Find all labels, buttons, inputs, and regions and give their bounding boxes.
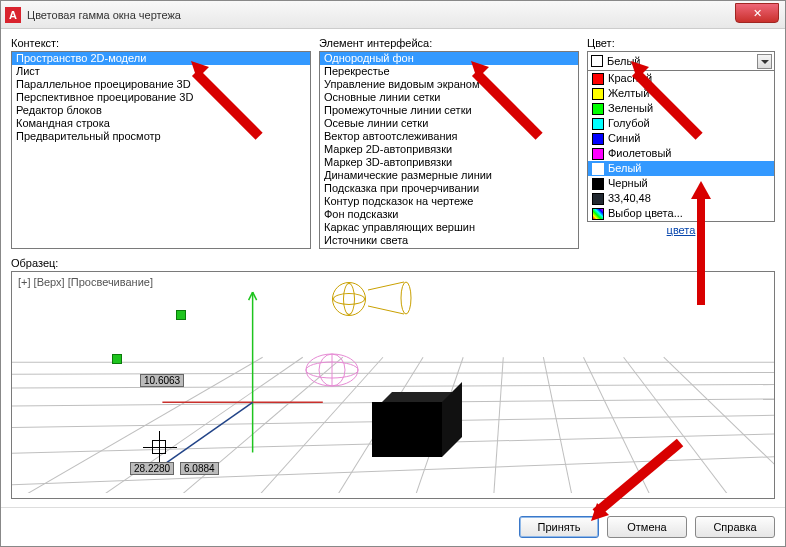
element-item[interactable]: Перекрестье	[320, 65, 578, 78]
element-label: Элемент интерфейса:	[319, 37, 579, 49]
color-option[interactable]: Фиолетовый	[588, 146, 774, 161]
color-option[interactable]: Желтый	[588, 86, 774, 101]
element-item[interactable]: Основные линии сетки	[320, 91, 578, 104]
titlebar: A Цветовая гамма окна чертежа ✕	[1, 1, 785, 29]
color-option[interactable]: Зеленый	[588, 101, 774, 116]
element-item[interactable]: Фон подсказки	[320, 208, 578, 221]
context-item[interactable]: Перспективное проецирование 3D	[12, 91, 310, 104]
coord-readout: 10.6063	[140, 374, 184, 387]
color-option[interactable]: Черный	[588, 176, 774, 191]
color-swatch	[592, 73, 604, 85]
element-listbox[interactable]: Однородный фонПерекрестьеУправление видо…	[319, 51, 579, 249]
color-swatch	[592, 118, 604, 130]
color-option-list[interactable]: КрасныйЖелтыйЗеленыйГолубойСинийФиолетов…	[587, 71, 775, 222]
window-title: Цветовая гамма окна чертежа	[27, 9, 181, 21]
sample-label: Образец:	[11, 257, 775, 269]
color-option[interactable]: Синий	[588, 131, 774, 146]
element-item[interactable]: Однородный фон	[320, 52, 578, 65]
color-dropdown[interactable]: Белый	[587, 51, 775, 71]
element-item[interactable]: Контур подсказок на чертеже	[320, 195, 578, 208]
color-option[interactable]: Белый	[588, 161, 774, 176]
color-swatch	[592, 103, 604, 115]
color-option-label: Фиолетовый	[608, 146, 671, 161]
element-item[interactable]: Промежуточные линии сетки	[320, 104, 578, 117]
svg-line-25	[368, 306, 404, 314]
color-swatch	[592, 178, 604, 190]
svg-line-2	[12, 384, 774, 388]
color-option-label: Черный	[608, 176, 648, 191]
cancel-button[interactable]: Отмена	[607, 516, 687, 538]
context-listbox[interactable]: Пространство 2D-моделиЛистПараллельное п…	[11, 51, 311, 249]
element-item[interactable]: Вектор автоотслеживания	[320, 130, 578, 143]
svg-line-16	[624, 357, 734, 492]
color-option[interactable]: Выбор цвета...	[588, 206, 774, 221]
color-option-label: Белый	[608, 161, 641, 176]
svg-point-23	[401, 282, 411, 314]
chevron-down-icon[interactable]	[757, 54, 772, 69]
app-icon: A	[5, 7, 21, 23]
selected-color-swatch	[591, 55, 603, 67]
context-item[interactable]: Пространство 2D-модели	[12, 52, 310, 65]
apply-button[interactable]: Принять	[519, 516, 599, 538]
color-option-label: Голубой	[608, 116, 650, 131]
element-item[interactable]: Динамические размерные линии	[320, 169, 578, 182]
context-item[interactable]: Лист	[12, 65, 310, 78]
element-item[interactable]: Управление видовым экраном	[320, 78, 578, 91]
element-item[interactable]: Источники света	[320, 234, 578, 247]
color-option-label: Синий	[608, 131, 640, 146]
color-swatch	[592, 148, 604, 160]
svg-line-6	[12, 454, 774, 486]
svg-line-1	[12, 372, 774, 374]
context-item[interactable]: Командная строка	[12, 117, 310, 130]
context-item[interactable]: Редактор блоков	[12, 104, 310, 117]
context-item[interactable]: Предварительный просмотр	[12, 130, 310, 143]
element-item[interactable]: Каркас управляющих вершин	[320, 221, 578, 234]
color-swatch	[592, 133, 604, 145]
sample-cube	[372, 402, 442, 457]
svg-line-17	[664, 357, 774, 492]
color-option[interactable]: Голубой	[588, 116, 774, 131]
color-swatch	[592, 163, 604, 175]
preview-viewport: [+] [Верх] [Просвечивание] 10.6063 28.22…	[11, 271, 775, 499]
element-item[interactable]: Маркер 2D-автопривязки	[320, 143, 578, 156]
sample-wireframe	[302, 350, 362, 390]
help-button[interactable]: Справка	[695, 516, 775, 538]
svg-line-24	[368, 282, 404, 290]
close-button[interactable]: ✕	[735, 3, 779, 23]
color-option-label: Выбор цвета...	[608, 206, 683, 221]
green-marker	[112, 354, 122, 364]
color-option[interactable]: 33,40,48	[588, 191, 774, 206]
coord-readout: 6.0884	[180, 462, 219, 475]
context-item[interactable]: Параллельное проецирование 3D	[12, 78, 310, 91]
selected-color-name: Белый	[607, 55, 640, 67]
coord-readout: 28.2280	[130, 462, 174, 475]
green-marker	[176, 310, 186, 320]
viewport-overlay-text: [+] [Верх] [Просвечивание]	[18, 276, 153, 288]
color-swatch	[592, 88, 604, 100]
color-swatch	[592, 208, 604, 220]
sample-light	[332, 282, 366, 316]
svg-line-14	[543, 357, 573, 492]
context-label: Контекст:	[11, 37, 311, 49]
colors-link[interactable]: цвета	[587, 224, 775, 236]
color-swatch	[592, 193, 604, 205]
svg-line-15	[583, 357, 653, 492]
color-option-label: Желтый	[608, 86, 649, 101]
color-label: Цвет:	[587, 37, 775, 49]
element-item[interactable]: Подсказка при прочерчивании	[320, 182, 578, 195]
element-item[interactable]: Осевые линии сетки	[320, 117, 578, 130]
button-row: Принять Отмена Справка	[1, 507, 785, 546]
color-option-label: Зеленый	[608, 101, 653, 116]
color-option[interactable]: Красный	[588, 71, 774, 86]
color-option-label: 33,40,48	[608, 191, 651, 206]
element-item[interactable]: Маркер 3D-автопривязки	[320, 156, 578, 169]
dialog-window: A Цветовая гамма окна чертежа ✕ Контекст…	[0, 0, 786, 547]
svg-line-13	[493, 357, 503, 492]
color-option-label: Красный	[608, 71, 652, 86]
crosshair-icon	[152, 440, 166, 454]
